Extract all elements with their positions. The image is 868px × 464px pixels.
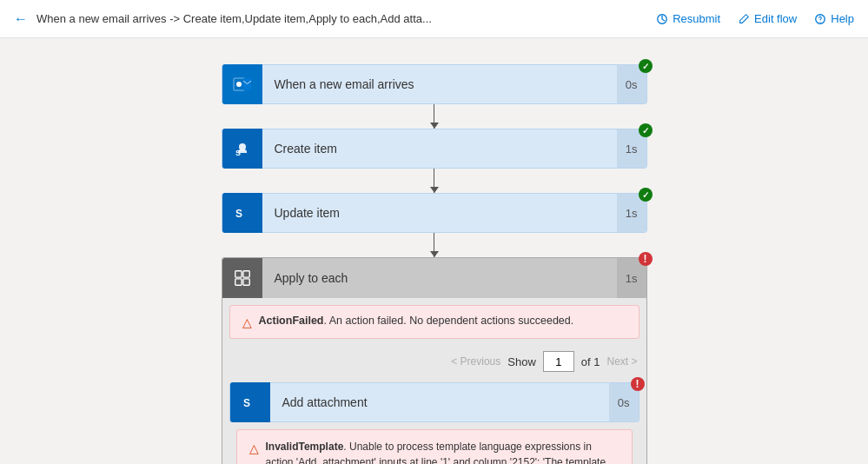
arrow-3 — [434, 233, 434, 257]
svg-rect-10 — [242, 271, 248, 277]
inner-error-title: InvalidTemplate — [266, 441, 344, 453]
sharepoint-icon-bg-3: S — [230, 382, 270, 422]
back-button[interactable]: ← — [14, 11, 28, 27]
outlook-icon-bg — [222, 64, 262, 104]
step3-label: Update item — [262, 206, 617, 220]
step-create-item[interactable]: S Create item 1s ✓ — [222, 129, 647, 169]
edit-icon — [738, 13, 750, 25]
sharepoint-icon-1: S — [232, 138, 253, 159]
header: ← When a new email arrives -> Create ite… — [0, 0, 868, 38]
apply-each-header[interactable]: Apply to each 1s ! — [222, 258, 646, 298]
apply-each-label: Apply to each — [262, 271, 617, 285]
svg-text:S: S — [235, 149, 241, 157]
arrow-1 — [434, 104, 434, 129]
show-label: Show — [507, 355, 536, 368]
step2-badge: ✓ — [639, 123, 653, 137]
page-input[interactable] — [543, 351, 574, 372]
inner-step-container: S Add attachment 0s ! △ InvalidTemplate.… — [229, 382, 639, 464]
inner-error-banner: △ InvalidTemplate. Unable to process tem… — [236, 429, 633, 464]
svg-text:S: S — [243, 397, 250, 409]
inner-step-label: Add attachment — [270, 395, 609, 409]
svg-text:S: S — [235, 208, 242, 220]
header-actions: Resubmit Edit flow Help — [656, 12, 854, 25]
apply-each-error-text: ActionFailed. An action failed. No depen… — [259, 315, 574, 327]
edit-flow-button[interactable]: Edit flow — [738, 12, 797, 25]
main-content: When a new email arrives 0s ✓ S Create i… — [0, 38, 868, 464]
inner-step-add-attachment[interactable]: S Add attachment 0s ! — [229, 382, 639, 422]
page-title: When a new email arrives -> Create item,… — [36, 12, 656, 25]
help-icon — [814, 13, 826, 25]
previous-button[interactable]: < Previous — [451, 355, 500, 368]
inner-step-badge: ! — [631, 377, 645, 391]
apply-each-error-banner: △ ActionFailed. An action failed. No dep… — [229, 305, 639, 339]
apply-each-icon — [233, 268, 252, 288]
inner-error-text: InvalidTemplate. Unable to process templ… — [266, 439, 620, 464]
step-email-trigger[interactable]: When a new email arrives 0s ✓ — [222, 64, 647, 104]
flow-container: When a new email arrives 0s ✓ S Create i… — [222, 64, 647, 464]
warning-icon: △ — [242, 315, 252, 329]
step3-badge: ✓ — [639, 188, 653, 202]
sharepoint-icon-3: S — [240, 392, 261, 413]
sharepoint-icon-bg-2: S — [222, 193, 262, 233]
pagination-row: < Previous Show of 1 Next > — [222, 346, 646, 377]
help-button[interactable]: Help — [814, 12, 854, 25]
step-update-item[interactable]: S Update item 1s ✓ — [222, 193, 647, 233]
next-button[interactable]: Next > — [606, 355, 637, 368]
step2-label: Create item — [262, 142, 617, 156]
svg-rect-11 — [235, 279, 241, 285]
outlook-icon — [232, 74, 253, 95]
resubmit-icon — [656, 13, 668, 25]
svg-point-2 — [820, 21, 821, 22]
sharepoint-icon-2: S — [232, 202, 253, 223]
total-pages-label: of 1 — [581, 355, 600, 368]
resubmit-button[interactable]: Resubmit — [656, 12, 720, 25]
apply-each-error-detail: . An action failed. No dependent actions… — [324, 315, 574, 327]
apply-each-container: Apply to each 1s ! △ ActionFailed. An ac… — [222, 257, 647, 464]
sharepoint-icon-bg-1: S — [222, 129, 262, 169]
arrow-2 — [434, 169, 434, 193]
apply-each-badge: ! — [639, 252, 653, 266]
step1-badge: ✓ — [639, 59, 653, 73]
svg-rect-9 — [235, 271, 241, 277]
svg-rect-12 — [242, 279, 248, 285]
apply-each-icon-bg — [222, 258, 262, 298]
step1-label: When a new email arrives — [262, 77, 617, 91]
inner-warning-icon: △ — [249, 440, 259, 458]
